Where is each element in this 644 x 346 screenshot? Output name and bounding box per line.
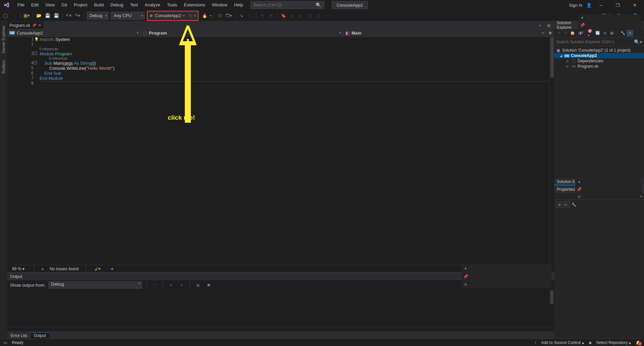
output-pin-icon[interactable]: 📌 xyxy=(462,273,469,280)
nav-member-dropdown[interactable]: ◧ Main xyxy=(343,29,546,37)
code-body[interactable]: Imports System 0 references Module Progr… xyxy=(40,37,549,265)
se-preview-icon[interactable]: 👁 xyxy=(627,30,633,36)
dependencies-node[interactable]: ▷ ⬚ Dependencies xyxy=(554,58,644,64)
overflow-icon[interactable]: ⋮ xyxy=(315,12,322,19)
start-debug-button[interactable]: ▶ ConsoleApp2 ▾ xyxy=(148,11,187,20)
se-dd-icon[interactable]: ▾ xyxy=(579,14,586,21)
prop-az-icon[interactable]: A↓ xyxy=(564,201,570,208)
code-editor[interactable]: 1💡 2 3− 4− 5 6 7 8 Imports System 0 refe… xyxy=(7,37,554,265)
document-tab-program[interactable]: Program.vb 📌 ✕ xyxy=(7,21,44,29)
collapse-icon[interactable]: ◢ xyxy=(559,54,563,57)
solution-tree[interactable]: ▣ Solution 'ConsoleApp2' (1 of 1 project… xyxy=(554,46,644,178)
brush-icon[interactable]: 🖌▾ xyxy=(94,266,101,272)
prop-dd-icon[interactable]: ▾ xyxy=(576,179,583,185)
out-tool-1-icon[interactable]: ⬚ xyxy=(151,282,158,288)
hot-reload-icon[interactable]: 🔥 xyxy=(201,12,208,19)
config-dropdown[interactable]: Debug xyxy=(87,12,109,20)
window-close-button[interactable]: ✕ xyxy=(627,0,642,10)
lightbulb-icon[interactable]: 💡 xyxy=(34,37,39,42)
solution-node[interactable]: ▣ Solution 'ConsoleApp2' (1 of 1 project… xyxy=(554,48,644,53)
project-node[interactable]: ◢ VB ConsoleApp2 xyxy=(554,53,644,58)
bm-clear-icon[interactable]: ▢ xyxy=(306,12,313,19)
se-wrench-icon[interactable]: 🔧 xyxy=(620,30,626,36)
menu-tools[interactable]: Tools xyxy=(164,0,180,10)
out-wrap-icon[interactable]: ≣ xyxy=(195,282,202,288)
se-refresh-icon[interactable]: 🔄 xyxy=(595,30,601,36)
new-project-icon[interactable]: ▦▾ xyxy=(23,12,30,19)
bm-next-icon[interactable]: ▷ xyxy=(298,12,304,19)
output-source-dropdown[interactable]: Debug xyxy=(48,281,142,289)
output-tab[interactable]: Output xyxy=(31,332,49,339)
toolbox-tab[interactable]: Toolbox xyxy=(1,58,7,76)
server-explorer-tab[interactable]: Server Explorer xyxy=(1,23,7,55)
fold-icon[interactable]: − xyxy=(34,52,37,55)
prop-cat-icon[interactable]: ⊞ xyxy=(556,201,562,208)
menu-file[interactable]: File xyxy=(14,0,28,10)
se-back-icon[interactable]: ⟲ xyxy=(555,30,561,36)
quick-search-input[interactable] xyxy=(252,3,316,7)
prop-combo-icon[interactable]: ▾ xyxy=(640,195,642,198)
menu-help[interactable]: Help xyxy=(231,0,247,10)
bookmark-icon[interactable]: 🔖 xyxy=(280,12,287,19)
se-pin-icon[interactable]: 📌 xyxy=(579,22,586,28)
menu-window[interactable]: Window xyxy=(209,0,231,10)
notifications-button[interactable]: 🔔 2 xyxy=(636,340,641,345)
zoom-level[interactable]: 89 % ▾ xyxy=(10,267,26,271)
issues-label[interactable]: No issues found xyxy=(50,267,78,271)
nav-left-icon[interactable]: ◀ xyxy=(108,266,115,272)
start-without-debug-button[interactable]: ▷ ▾ xyxy=(187,11,198,20)
out-tool-2-icon[interactable]: ≡ xyxy=(168,282,174,288)
prop-wrench-icon[interactable]: 🔧 xyxy=(571,201,577,208)
expand-icon[interactable]: ▷ xyxy=(566,59,570,63)
nav-fwd-icon[interactable]: → xyxy=(11,12,17,19)
menu-view[interactable]: View xyxy=(42,0,58,10)
se-collapse-icon[interactable]: ⊟ xyxy=(602,30,608,36)
tab-settings-icon[interactable]: ⚙ xyxy=(545,22,552,29)
output-pane-icon[interactable]: ▭ xyxy=(3,340,7,345)
se-showall-icon[interactable]: ▦ xyxy=(609,30,615,36)
account-icon[interactable]: 👤 xyxy=(586,3,592,8)
bm-prev-icon[interactable]: ◁ xyxy=(289,12,296,19)
menu-test[interactable]: Test xyxy=(127,0,142,10)
nav-scope-dropdown[interactable]: VB ConsoleApp2 xyxy=(7,29,141,37)
platform-dropdown[interactable]: Any CPU xyxy=(111,12,145,20)
open-icon[interactable]: 📂 xyxy=(36,12,42,19)
save-all-icon[interactable]: 💾 xyxy=(53,12,60,19)
undo-icon[interactable]: ↶▾ xyxy=(65,12,72,19)
error-list-tab[interactable]: Error List xyxy=(7,333,31,339)
output-dd-icon[interactable]: ▾ xyxy=(462,265,469,272)
prop-pin-icon[interactable]: 📌 xyxy=(576,186,583,193)
se-fwd-icon[interactable]: ⟳ xyxy=(562,30,569,36)
close-tab-icon[interactable]: ✕ xyxy=(38,23,41,27)
window-minimize-button[interactable]: ─ xyxy=(594,0,608,10)
se-search-input[interactable] xyxy=(554,40,632,44)
codelens-sub[interactable]: 0 references xyxy=(40,56,549,61)
se-switch-icon[interactable]: ◨ xyxy=(577,30,583,36)
menu-extensions[interactable]: Extensions xyxy=(180,0,209,10)
file-node[interactable]: ▷ VB Program.vb xyxy=(554,64,644,69)
menu-debug[interactable]: Debug xyxy=(107,0,126,10)
output-scroll-thumb[interactable] xyxy=(550,290,553,304)
split-editor-icon[interactable]: ✚ xyxy=(546,29,554,37)
save-icon[interactable]: 💾 xyxy=(44,12,51,19)
sign-in-link[interactable]: Sign in xyxy=(567,3,584,8)
nav-back-icon[interactable]: ◯ xyxy=(2,12,9,19)
menu-build[interactable]: Build xyxy=(91,0,107,10)
codelens-module[interactable]: 0 references xyxy=(40,47,549,51)
redo-icon[interactable]: ↷▾ xyxy=(74,12,81,19)
window-maximize-button[interactable]: ❐ xyxy=(610,0,625,10)
menu-project[interactable]: Project xyxy=(70,0,91,10)
se-home-icon[interactable]: 🏠 xyxy=(570,30,576,36)
add-source-control[interactable]: Add to Source Control ▴ xyxy=(541,340,584,345)
tab-dropdown-icon[interactable]: ▾ xyxy=(537,22,543,29)
menu-git[interactable]: Git xyxy=(58,0,70,10)
out-clear-icon[interactable]: ✖ xyxy=(206,282,212,288)
quick-search[interactable]: 🔍 xyxy=(251,1,324,9)
editor-scrollbar[interactable] xyxy=(549,37,554,265)
out-tool-3-icon[interactable]: ≡ xyxy=(178,282,185,288)
select-repository[interactable]: Select Repository ▴ xyxy=(596,340,631,345)
expand-icon[interactable]: ▷ xyxy=(566,65,570,68)
fold-icon-2[interactable]: − xyxy=(34,61,37,64)
step-icon[interactable]: ↘ xyxy=(238,12,245,19)
se-sync-icon[interactable]: 🎯▾ xyxy=(588,30,594,36)
